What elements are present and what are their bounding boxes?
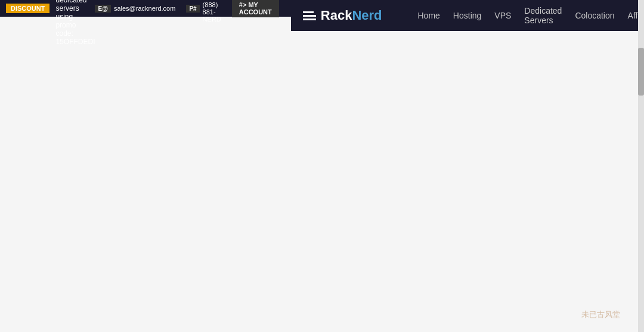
navbar: RackNerd Home Hosting VPS Dedicated Serv…	[291, 0, 644, 31]
discount-tag: DISCOUNT	[6, 4, 49, 13]
phone-value: +1 (888) 881-NERD	[203, 0, 221, 23]
my-account-button[interactable]: #> MY ACCOUNT	[232, 0, 279, 17]
phone-label: P#	[186, 5, 199, 13]
logo-line-2	[303, 15, 316, 17]
watermark: 未已古风堂	[581, 309, 620, 320]
logo[interactable]: RackNerd	[303, 8, 382, 23]
email-label: E@	[95, 5, 110, 13]
logo-line-1	[303, 11, 314, 13]
nav-hosting[interactable]: Hosting	[453, 8, 481, 23]
nav-vps[interactable]: VPS	[494, 8, 511, 23]
logo-line-3	[303, 19, 316, 20]
contact-info: E@ sales@racknerd.com P# +1 (888) 881-NE…	[95, 0, 278, 23]
logo-icon	[303, 11, 316, 20]
email-contact: E@ sales@racknerd.com	[95, 5, 175, 13]
nav-home[interactable]: Home	[418, 8, 440, 23]
nav-links: Home Hosting VPS Dedicated Servers Coloc…	[418, 3, 645, 28]
discount-text: Save 15% off for life on all dedicated s…	[55, 0, 95, 46]
scrollbar[interactable]	[638, 0, 644, 332]
scrollbar-thumb[interactable]	[638, 48, 644, 96]
phone-contact: P# +1 (888) 881-NERD	[186, 0, 221, 23]
discount-bar: DISCOUNT Save 15% off for life on all de…	[0, 0, 291, 17]
nav-colocation[interactable]: Colocation	[575, 8, 614, 23]
email-value: sales@racknerd.com	[114, 5, 175, 12]
nav-dedicated-servers[interactable]: Dedicated Servers	[524, 3, 562, 28]
logo-text: RackNerd	[321, 8, 382, 23]
